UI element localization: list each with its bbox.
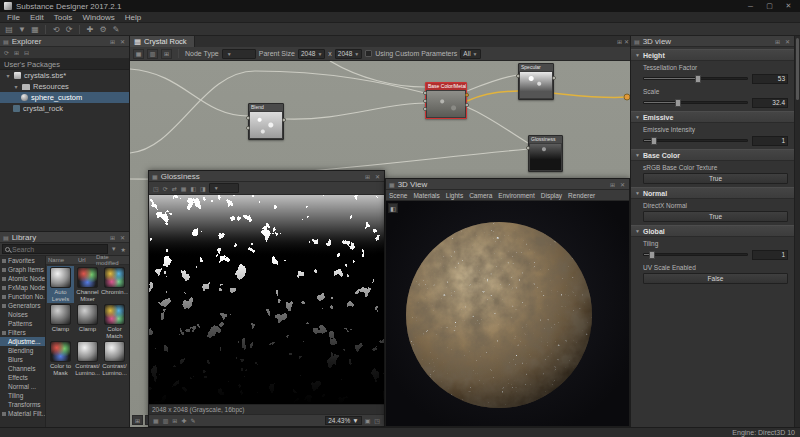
library-item[interactable]: Clamp — [74, 303, 101, 340]
minimize-button[interactable]: ─ — [743, 1, 758, 11]
refresh-icon[interactable]: ⟳ — [3, 49, 10, 56]
zoom-fit-icon[interactable]: ⊞ — [132, 415, 143, 425]
close-icon[interactable]: ✕ — [623, 38, 630, 45]
dock-icon[interactable]: ⊞ — [109, 38, 116, 45]
fit-view-icon[interactable]: ⊞ — [171, 417, 178, 424]
properties-scrollbar[interactable] — [794, 36, 800, 427]
category-blending[interactable]: Blending — [0, 346, 45, 355]
expand-arrow-icon[interactable]: ▾ — [13, 83, 19, 90]
zoom-level-dropdown[interactable]: 24.43% ▼ — [325, 416, 361, 425]
settings-icon[interactable]: ⚙ — [97, 24, 109, 35]
menu-edit[interactable]: Edit — [25, 12, 49, 22]
tree-item-package[interactable]: ▾ crystals.sbs* — [0, 70, 129, 81]
menu-tools[interactable]: Tools — [49, 12, 78, 22]
category-transforms[interactable]: Transforms — [0, 400, 45, 409]
grid-snap-icon[interactable]: ▦ — [133, 49, 144, 59]
close-button[interactable]: ✕ — [781, 1, 796, 11]
expand-arrow-icon[interactable]: ▾ — [5, 72, 11, 79]
column-name[interactable]: Name — [46, 257, 78, 263]
uv-scale-enabled-dropdown[interactable]: False — [643, 273, 788, 284]
library-item[interactable]: Color to Mask — [47, 340, 74, 377]
zoom-in-icon[interactable]: ✚ — [180, 417, 187, 424]
category-noises[interactable]: Noises — [0, 310, 45, 319]
menu-camera[interactable]: Camera — [466, 192, 495, 199]
category-favorites[interactable]: Favorites — [0, 256, 45, 265]
collapse-all-icon[interactable]: ⊟ — [23, 49, 30, 56]
node-input-pin[interactable] — [526, 146, 530, 150]
node-input-pin[interactable] — [423, 91, 427, 95]
dock-icon[interactable]: ⊞ — [616, 38, 623, 45]
category-tiling[interactable]: Tiling — [0, 391, 45, 400]
new-package-icon[interactable]: ▤ — [3, 24, 15, 35]
tab-crystal-rock[interactable]: ▦ Crystal Rock — [130, 36, 195, 47]
menu-windows[interactable]: Windows — [77, 12, 119, 22]
open-icon[interactable]: ▼ — [16, 24, 28, 35]
library-item[interactable]: Color Match — [101, 303, 128, 340]
node-input-pin[interactable] — [423, 99, 427, 103]
custom-parameters-checkbox[interactable] — [365, 50, 372, 57]
tiling-slider[interactable] — [643, 253, 748, 256]
category-normal[interactable]: Normal ... — [0, 382, 45, 391]
scrollbar-thumb[interactable] — [796, 38, 799, 100]
column-url[interactable]: Url — [78, 257, 96, 263]
edit-icon[interactable]: ✎ — [110, 24, 122, 35]
node-output-pin[interactable] — [552, 76, 556, 80]
dock-icon[interactable]: ⊞ — [109, 234, 116, 241]
parent-width-dropdown[interactable]: 2048▼ — [298, 49, 325, 59]
section-global[interactable]: ▼ Global — [631, 225, 794, 237]
maximize-button[interactable]: ▢ — [762, 1, 777, 11]
node-output-pin[interactable] — [282, 118, 286, 122]
uv-set-dropdown[interactable]: ▼ — [209, 183, 239, 193]
node-output-pin[interactable] — [465, 93, 469, 97]
filter-icon[interactable]: ▼ — [110, 246, 118, 252]
frame-icon[interactable]: ⊞ — [161, 49, 172, 59]
search-input[interactable] — [12, 246, 105, 253]
close-icon[interactable]: ✕ — [119, 38, 126, 45]
category-material-filters[interactable]: Material Filt... — [0, 409, 45, 418]
favorites-star-icon[interactable]: ★ — [120, 246, 127, 253]
redo-icon[interactable]: ⟳ — [63, 24, 75, 35]
zoom-100-icon[interactable]: ▣ — [364, 417, 372, 424]
section-base-color[interactable]: ▼ Base Color — [631, 149, 794, 161]
dock-icon[interactable]: ⊞ — [609, 181, 616, 188]
grid-icon[interactable]: ▦ — [180, 185, 188, 192]
menu-file[interactable]: File — [2, 12, 25, 22]
node-input-pin[interactable] — [246, 116, 250, 120]
refresh-icon[interactable]: ⟳ — [162, 185, 169, 192]
close-icon[interactable]: ✕ — [784, 38, 791, 45]
library-item[interactable]: Contrast/ Lumino... — [101, 340, 128, 377]
category-generators[interactable]: Generators — [0, 301, 45, 310]
tiling-value[interactable]: 1 — [752, 250, 788, 260]
category-graph-items[interactable]: Graph Items — [0, 265, 45, 274]
graph-node-specular[interactable]: Specular — [518, 63, 554, 100]
graph-node-base-color-metallic[interactable]: Base Color/Metallic — [425, 82, 467, 119]
section-normal[interactable]: ▼ Normal — [631, 187, 794, 199]
tree-item-resources[interactable]: ▾ Resources — [0, 81, 129, 92]
library-item[interactable]: Contrast/ Lumino... — [74, 340, 101, 377]
parent-height-dropdown[interactable]: 2048▼ — [335, 49, 362, 59]
channel-left-icon[interactable]: ◧ — [189, 185, 197, 192]
node-input-pin[interactable] — [516, 74, 520, 78]
add-icon[interactable]: ✚ — [84, 24, 96, 35]
tree-item-crystal-rock[interactable]: crystal_rock — [0, 103, 129, 114]
category-function-nodes[interactable]: Function No... — [0, 292, 45, 301]
menu-display[interactable]: Display — [538, 192, 565, 199]
menu-help[interactable]: Help — [120, 12, 146, 22]
tree-item-sphere-custom[interactable]: sphere_custom — [0, 92, 129, 103]
library-item[interactable]: Channel Mixer — [74, 266, 101, 303]
menu-scene[interactable]: Scene — [386, 192, 410, 199]
section-emissive[interactable]: ▼ Emissive — [631, 111, 794, 123]
node-type-dropdown[interactable]: ▼ — [222, 49, 256, 59]
emissive-intensity-value[interactable]: 1 — [752, 136, 788, 146]
scale-value[interactable]: 32.4 — [752, 98, 788, 108]
node-output-pin[interactable] — [465, 103, 469, 107]
menu-environment[interactable]: Environment — [495, 192, 538, 199]
node-input-pin[interactable] — [246, 126, 250, 130]
library-item[interactable]: Chromin... — [101, 266, 128, 303]
view-2d-canvas[interactable] — [149, 195, 384, 404]
category-channels[interactable]: Channels — [0, 364, 45, 373]
category-atomic-nodes[interactable]: Atomic Nodes — [0, 274, 45, 283]
view-mode-icon[interactable]: ▦ — [152, 417, 160, 424]
undo-icon[interactable]: ⟲ — [50, 24, 62, 35]
scale-slider[interactable] — [643, 101, 748, 104]
